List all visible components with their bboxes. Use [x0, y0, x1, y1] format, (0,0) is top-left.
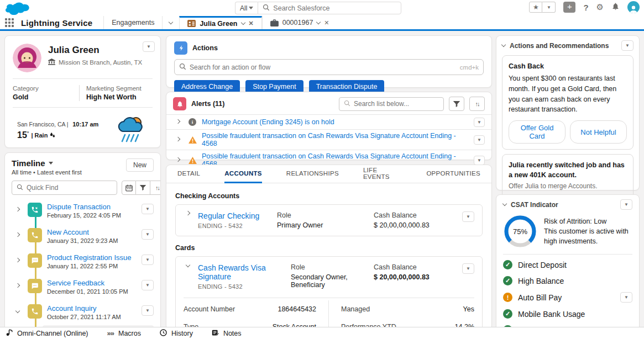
favorite-star-icon[interactable]: ★	[529, 2, 542, 13]
row-menu-button[interactable]: ▼	[142, 204, 154, 214]
timeline-item-link[interactable]: New Account	[47, 228, 89, 236]
help-icon[interactable]: ?	[583, 3, 588, 12]
close-icon[interactable]: ✕	[249, 20, 254, 27]
timeline-filter-button[interactable]	[136, 181, 150, 195]
expand-chevron-icon[interactable]	[13, 205, 23, 215]
notifications-bell-icon[interactable]	[611, 2, 620, 12]
detail-field: Account Number 1864645432	[184, 300, 329, 318]
collapse-chevron-icon[interactable]	[502, 202, 507, 206]
global-search-input[interactable]	[273, 4, 396, 12]
row-menu-button[interactable]: ▼	[474, 135, 485, 145]
macros-button[interactable]: »» Macros	[107, 329, 141, 337]
alert-link[interactable]: Possible fraudulent transaction on Cash …	[202, 132, 456, 147]
csat-indicator-row: ✓ Direct Deposit	[503, 257, 632, 273]
timeline-item-link[interactable]: Service Feedback	[47, 279, 104, 287]
svg-text:sms: sms	[33, 284, 37, 287]
row-menu-button[interactable]: ▼	[142, 280, 154, 290]
timeline-item-link[interactable]: Product Registration Issue	[47, 253, 131, 262]
expand-chevron-icon[interactable]	[173, 155, 183, 165]
timeline-item-date: December 01, 2021 10:05 PM	[47, 288, 137, 295]
chevron-down-icon[interactable]	[316, 19, 321, 24]
segment-value: High Net Worth	[86, 93, 148, 101]
account-name-link[interactable]: Cash Rewards Visa Signature	[198, 263, 266, 281]
favorites-control: ★ ▼	[529, 2, 556, 13]
alerts-sort-button[interactable]: ↑↓	[469, 97, 485, 111]
marketing-segment-field: Marketing Segment High Net Worth	[79, 85, 153, 101]
case-briefcase-icon	[270, 19, 279, 27]
csat-percent: 75%	[503, 214, 537, 248]
tab-case-00001967[interactable]: 00001967 ✕	[262, 16, 337, 29]
alerts-search-input[interactable]	[354, 100, 439, 108]
row-menu-button[interactable]: ▼	[142, 305, 154, 316]
timeline-date-range-button[interactable]	[122, 181, 136, 195]
tab-opportunities[interactable]: OPPORTUNITIES	[426, 165, 480, 183]
omni-channel-button[interactable]: Omni-Channel (Online)	[6, 329, 88, 338]
tab-detail[interactable]: DETAIL	[177, 165, 200, 183]
history-button[interactable]: History	[160, 329, 193, 338]
tab-engagements[interactable]: Engagements	[103, 16, 162, 29]
not-helpful-button[interactable]: Not Helpful	[570, 120, 627, 144]
alerts-panel-title: Alerts (11)	[191, 100, 224, 108]
row-menu-button[interactable]: ▼	[462, 211, 474, 222]
tab-contact-julia-green[interactable]: Julia Green ✕	[179, 16, 261, 29]
global-actions-icon[interactable]: +	[563, 2, 575, 13]
expand-chevron-icon[interactable]	[13, 281, 23, 291]
timeline-new-button[interactable]: New	[126, 158, 154, 172]
weather-time: 10:17 am	[72, 121, 98, 128]
search-scope-label: All	[240, 4, 247, 12]
favorites-dropdown-icon[interactable]: ▼	[542, 2, 556, 13]
collapse-chevron-icon[interactable]	[13, 306, 23, 316]
app-launcher-icon[interactable]	[0, 16, 19, 29]
check-icon: ✓	[503, 309, 512, 319]
alerts-filter-button[interactable]	[449, 97, 464, 111]
setup-gear-icon[interactable]: ⚙	[596, 2, 604, 12]
offer-gold-card-button[interactable]: Offer Gold Card	[509, 120, 566, 144]
tab-life-events[interactable]: LIFE EVENTS	[363, 165, 402, 183]
timeline-quick-find-input[interactable]	[27, 184, 112, 192]
call-icon	[28, 228, 42, 242]
csat-description: This customer is active with high invest…	[544, 226, 632, 246]
tab-accounts[interactable]: ACCOUNTS	[224, 165, 262, 183]
search-scope-button[interactable]: All	[235, 2, 258, 14]
expand-chevron-icon[interactable]	[173, 135, 183, 145]
recommendation-card: Cash Back You spent $300 on restaurants …	[502, 55, 633, 150]
account-name-link[interactable]: Regular Checking	[198, 211, 259, 220]
collapse-chevron-icon[interactable]	[184, 265, 192, 267]
timeline-title[interactable]: Timeline	[12, 158, 82, 168]
tab-engagements-dropdown[interactable]	[162, 16, 179, 29]
bank-branch-icon	[48, 59, 55, 66]
row-menu-button[interactable]: ▼	[462, 263, 474, 274]
row-menu-button[interactable]: ▼	[142, 229, 154, 240]
row-menu-button[interactable]: ▼	[620, 292, 632, 303]
expand-chevron-icon[interactable]	[13, 256, 23, 266]
expand-chevron-icon[interactable]	[13, 230, 23, 240]
profile-menu-button[interactable]: ▼	[143, 41, 155, 52]
notes-button[interactable]: Notes	[212, 329, 242, 338]
row-menu-button[interactable]: ▼	[474, 118, 485, 127]
alert-link[interactable]: Mortgage Account (Ending 3245) is on hol…	[202, 118, 334, 126]
search-icon	[17, 184, 23, 192]
tab-relationships[interactable]: RELATIONSHIPS	[286, 165, 339, 183]
timeline-item: Dispute Transaction February 15, 2022 4:…	[12, 203, 154, 228]
action-search-input[interactable]	[190, 63, 457, 71]
user-avatar[interactable]	[627, 1, 640, 13]
humidity-drops-icon	[50, 131, 55, 140]
timeline-sort-button[interactable]: ↑↓	[150, 181, 161, 195]
row-menu-button[interactable]: ▼	[142, 255, 154, 265]
timeline-item-link[interactable]: Account Inquiry	[47, 304, 97, 312]
sms-chat-icon: sms	[28, 279, 42, 293]
panel-menu-button[interactable]: ▼	[620, 199, 632, 210]
app-name: Lightning Service	[19, 16, 103, 29]
close-icon[interactable]: ✕	[324, 19, 329, 27]
warning-icon: !	[503, 293, 512, 302]
row-menu-button[interactable]: ▼	[474, 156, 485, 165]
expand-chevron-icon[interactable]	[184, 213, 192, 215]
panel-menu-button[interactable]: ▼	[621, 40, 633, 51]
timeline-item-link[interactable]: Dispute Transaction	[47, 203, 111, 211]
csat-panel: CSAT Indicator ▼ 75% Risk of Attrition: …	[496, 194, 640, 339]
expand-chevron-icon[interactable]	[173, 117, 183, 127]
chevron-down-icon[interactable]	[240, 20, 245, 25]
search-icon	[263, 4, 270, 13]
collapse-chevron-icon[interactable]	[501, 43, 506, 47]
lightning-flow-icon	[174, 41, 187, 55]
